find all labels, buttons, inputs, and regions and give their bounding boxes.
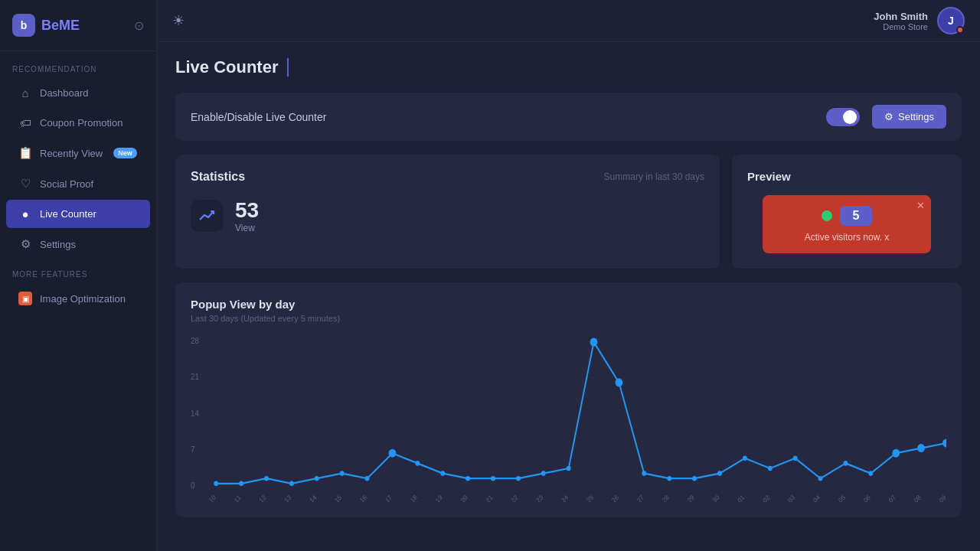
svg-text:2022-04-08: 2022-04-08 xyxy=(896,493,923,502)
svg-point-37 xyxy=(892,449,900,458)
sidebar-item-coupon[interactable]: 🏷 Coupon Promotion xyxy=(6,109,150,137)
sidebar-item-settings[interactable]: ⚙ Settings xyxy=(6,230,150,259)
new-badge: New xyxy=(113,148,137,158)
svg-text:2022-04-03: 2022-04-03 xyxy=(769,493,796,502)
svg-point-25 xyxy=(590,338,598,347)
sidebar-item-label: Dashboard xyxy=(40,87,89,99)
svg-point-21 xyxy=(491,476,495,481)
svg-text:2022-03-19: 2022-03-19 xyxy=(417,493,444,502)
logo-area: b BeME ⊙ xyxy=(0,0,156,51)
topbar: ☀ John Smith Demo Store J xyxy=(157,0,980,42)
svg-text:21: 21 xyxy=(191,373,199,382)
svg-point-28 xyxy=(667,476,671,481)
svg-text:14: 14 xyxy=(191,409,199,418)
svg-text:2022-03-15: 2022-03-15 xyxy=(316,493,343,502)
statistics-card: Statistics Summary in last 30 days 53 Vi… xyxy=(175,155,720,269)
svg-text:0: 0 xyxy=(191,481,195,491)
chart-card: Popup View by day Last 30 days (Updated … xyxy=(175,282,962,517)
trend-icon xyxy=(191,200,223,232)
page-content: Live Counter Enable/Disable Live Counter… xyxy=(157,42,980,551)
settings-button[interactable]: ⚙ Settings xyxy=(872,105,946,129)
preview-top-row: 5 xyxy=(822,206,872,226)
sidebar-item-label: Live Counter xyxy=(40,208,96,220)
svg-point-14 xyxy=(315,476,319,481)
svg-text:2022-03-10: 2022-03-10 xyxy=(191,493,217,502)
sidebar: b BeME ⊙ RECOMMENDATION ⌂ Dashboard 🏷 Co… xyxy=(0,0,157,551)
svg-point-31 xyxy=(743,456,747,461)
sidebar-item-dashboard[interactable]: ⌂ Dashboard xyxy=(6,79,150,107)
theme-toggle-icon[interactable]: ☀ xyxy=(172,12,185,29)
svg-text:2022-04-02: 2022-04-02 xyxy=(744,493,771,502)
svg-point-16 xyxy=(365,476,370,481)
svg-point-10 xyxy=(214,481,218,487)
svg-point-11 xyxy=(239,481,243,487)
stats-numbers: 53 View xyxy=(235,199,259,233)
svg-point-32 xyxy=(768,466,773,471)
svg-text:2022-04-09: 2022-04-09 xyxy=(920,493,946,502)
chart-svg: 28 21 14 7 0 2022-03-102022-0 xyxy=(191,334,946,502)
live-counter-toggle[interactable] xyxy=(826,108,860,126)
image-opt-icon: ▣ xyxy=(18,292,32,305)
list-icon: 📋 xyxy=(18,146,32,160)
svg-text:2022-03-14: 2022-03-14 xyxy=(291,493,318,502)
stats-header: Statistics Summary in last 30 days xyxy=(191,170,704,184)
preview-text: Active visitors now. x xyxy=(805,232,890,243)
stats-title: Statistics xyxy=(191,170,245,184)
svg-text:28: 28 xyxy=(191,337,199,346)
svg-point-13 xyxy=(289,481,294,487)
settings-btn-icon: ⚙ xyxy=(884,111,893,122)
chart-subtitle: Last 30 days (Updated every 5 minutes) xyxy=(191,314,946,323)
heart-icon: ♡ xyxy=(18,177,32,191)
svg-point-22 xyxy=(516,476,521,481)
stats-preview-row: Statistics Summary in last 30 days 53 Vi… xyxy=(175,155,962,269)
sidebar-item-live-counter[interactable]: ● Live Counter xyxy=(6,200,150,228)
user-info: John Smith Demo Store xyxy=(874,11,928,31)
svg-text:2022-03-28: 2022-03-28 xyxy=(644,493,671,502)
avatar[interactable]: J xyxy=(937,7,965,34)
svg-point-24 xyxy=(567,466,571,471)
logo-icon: b xyxy=(12,14,35,37)
enable-right: ⚙ Settings xyxy=(826,105,946,129)
svg-point-15 xyxy=(340,471,345,476)
svg-text:2022-03-13: 2022-03-13 xyxy=(266,493,292,502)
logo-settings-icon[interactable]: ⊙ xyxy=(134,18,144,33)
visitor-count-badge: 5 xyxy=(840,206,872,226)
sidebar-item-label: Image Optimization xyxy=(40,293,126,305)
svg-point-35 xyxy=(844,461,848,466)
svg-point-12 xyxy=(264,476,269,481)
enable-label: Enable/Disable Live Counter xyxy=(191,111,326,123)
chart-title: Popup View by day xyxy=(191,298,946,311)
svg-point-20 xyxy=(466,476,470,481)
svg-text:2022-03-18: 2022-03-18 xyxy=(392,493,419,502)
svg-point-19 xyxy=(440,471,445,476)
chart-area: 28 21 14 7 0 2022-03-102022-0 xyxy=(191,334,946,502)
svg-text:2022-04-01: 2022-04-01 xyxy=(719,493,746,502)
circle-icon: ● xyxy=(18,207,32,220)
sidebar-item-image-optimization[interactable]: ▣ Image Optimization xyxy=(6,284,150,313)
topbar-right: John Smith Demo Store J xyxy=(874,7,965,34)
svg-text:2022-03-20: 2022-03-20 xyxy=(443,493,469,502)
svg-text:2022-03-25: 2022-03-25 xyxy=(568,493,595,502)
sidebar-item-label: Recently View xyxy=(40,148,103,159)
svg-text:2022-04-04: 2022-04-04 xyxy=(795,493,822,502)
active-dot xyxy=(822,210,832,221)
svg-text:2022-03-23: 2022-03-23 xyxy=(518,493,544,502)
sidebar-item-recently[interactable]: 📋 Recently View New xyxy=(6,139,150,168)
svg-point-27 xyxy=(642,471,646,476)
svg-point-23 xyxy=(541,471,546,476)
svg-point-29 xyxy=(692,476,697,481)
preview-close-icon[interactable]: ✕ xyxy=(916,200,925,211)
stats-count: 53 xyxy=(235,199,259,223)
tag-icon: 🏷 xyxy=(18,116,32,129)
svg-text:2022-03-12: 2022-03-12 xyxy=(240,493,267,502)
svg-point-34 xyxy=(818,476,823,481)
home-icon: ⌂ xyxy=(18,86,32,99)
stats-count-label: View xyxy=(235,223,259,233)
sidebar-item-social[interactable]: ♡ Social Proof xyxy=(6,169,150,198)
preview-widget: ✕ 5 Active visitors now. x xyxy=(763,195,931,253)
sidebar-item-label: Coupon Promotion xyxy=(40,117,122,129)
page-header: Live Counter xyxy=(175,57,962,77)
enable-card: Enable/Disable Live Counter ⚙ Settings xyxy=(175,93,962,141)
svg-text:2022-03-26: 2022-03-26 xyxy=(593,493,620,502)
stats-body: 53 View xyxy=(191,199,704,233)
